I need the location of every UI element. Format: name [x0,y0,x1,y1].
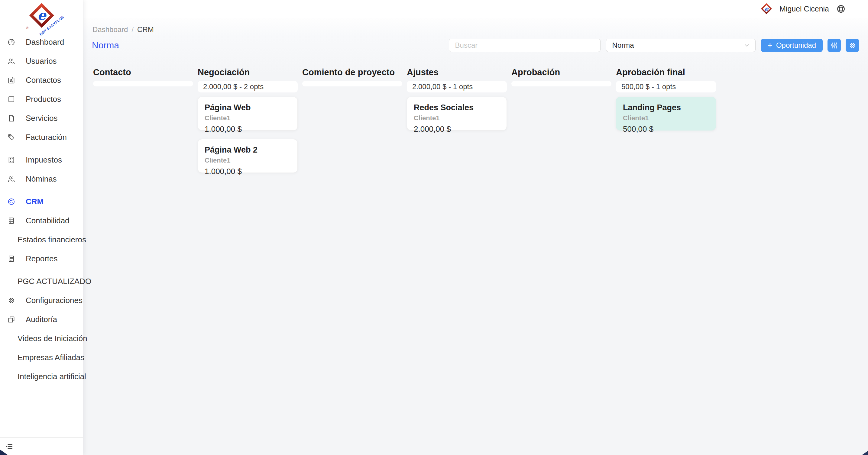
sidebar-item-label: Dashboard [26,37,64,47]
sidebar-item-auditoria[interactable]: Auditoría [0,310,83,329]
dashboard-icon [7,38,16,46]
card-client: Cliente1 [623,114,709,122]
card-amount: 1.000,00 $ [205,167,291,176]
brand-registered-mark: ® [26,26,28,30]
column-stats-bar: 500,00 $ - 1 opts [616,81,716,93]
sidebar-item-label: Impuestos [26,155,62,165]
column-title: Comiento de proyecto [302,67,402,77]
globe-icon[interactable] [836,4,846,13]
sidebar-nav: Dashboard Usuarios Contactos [0,31,83,386]
sidebar-item-usuarios[interactable]: Usuarios [0,52,83,71]
column-stats-bar [302,81,402,87]
column-stats: 2.000,00 $ - 1 opts [412,83,473,91]
opportunity-card[interactable]: Página Web Cliente1 1.000,00 $ [198,97,298,131]
sliders-icon [830,41,838,50]
brand-logo: e EBP-EASYPLUS ® [0,0,83,31]
chevron-down-icon [743,42,750,49]
gear-icon [848,41,857,50]
sidebar-item-label: CRM [26,197,43,206]
column-title: Aprobación final [616,67,716,77]
main-content: Dashboard / CRM Norma Norma + Oportunida… [84,18,868,455]
kanban-column-negociacion: Negociación 2.000,00 $ - 2 opts Página W… [198,67,298,173]
sidebar-item-label: Empresas Afiliadas [18,353,84,362]
sidebar-item-label: Productos [26,95,61,104]
sidebar-item-contactos[interactable]: Contactos [0,71,83,90]
sidebar-item-productos[interactable]: Productos [0,90,83,109]
users-icon [7,57,16,65]
breadcrumb-dashboard-link[interactable]: Dashboard [92,25,128,34]
sidebar-item-crm[interactable]: CRM [0,192,83,211]
audit-grid-icon [7,316,16,324]
sidebar-item-label: Reportes [26,254,58,263]
kanban-column-aprobacion-final: Aprobación final 500,00 $ - 1 opts Landi… [616,67,716,173]
sidebar-item-label: Servicios [26,113,57,123]
sidebar-item-pgc-actualizado[interactable]: PGC ACTUALIZADO [0,272,83,291]
sidebar: e EBP-EASYPLUS ® Dashboard Usuarios [0,0,84,455]
column-stats-bar [512,81,612,87]
column-title: Negociación [198,67,298,77]
breadcrumb-separator: / [131,25,133,34]
board-settings-button[interactable] [846,39,859,52]
opportunity-card[interactable]: Landing Pages Cliente1 500,00 $ [616,97,716,131]
sidebar-item-label: Contabilidad [26,216,69,225]
view-select[interactable]: Norma [606,39,755,52]
card-title: Página Web 2 [205,145,291,155]
sidebar-item-reportes[interactable]: Reportes [0,249,83,268]
add-opportunity-label: Oportunidad [776,41,816,50]
user-menu[interactable]: Miguel Cicenia [779,4,829,13]
breadcrumb-current: CRM [137,25,154,34]
sidebar-item-contabilidad[interactable]: Contabilidad [0,211,83,230]
crm-kanban-page: e EBP-EASYPLUS ® Dashboard Usuarios [0,0,868,455]
column-stats-bar [93,81,193,87]
search-input[interactable] [449,39,600,52]
column-stats-bar: 2.000,00 $ - 1 opts [407,81,507,93]
sidebar-item-label: PGC ACTUALIZADO [18,277,91,286]
card-title: Redes Sociales [414,103,500,112]
sidebar-item-servicios[interactable]: Servicios [0,109,83,128]
title-toolbar-row: Norma Norma + Oportunidad [84,34,868,53]
sidebar-item-estados-financieros[interactable]: Estados financieros [0,230,83,249]
sidebar-item-empresas-afiliadas[interactable]: Empresas Afiliadas [0,348,83,367]
card-client: Cliente1 [414,114,500,122]
ledger-icon [7,217,16,225]
card-amount: 500,00 $ [623,125,709,134]
column-title: Ajustes [407,67,507,77]
board-filter-button[interactable] [828,39,841,52]
kanban-column-contacto: Contacto [93,67,193,173]
contacts-icon [7,76,16,84]
card-title: Landing Pages [623,103,709,112]
svg-text:e: e [37,7,46,23]
sidebar-item-facturacion[interactable]: Facturación [0,128,83,147]
menu-fold-icon[interactable] [5,443,13,451]
plus-icon: + [768,41,773,50]
crm-copyright-icon [7,198,16,206]
column-stats: 2.000,00 $ - 2 opts [203,83,264,91]
kanban-column-aprobacion: Aprobación [512,67,612,173]
sidebar-item-label: Auditoría [26,315,57,324]
sidebar-item-configuraciones[interactable]: Configuraciones [0,291,83,310]
opportunity-card[interactable]: Página Web 2 Cliente1 1.000,00 $ [198,139,298,173]
file-icon [7,114,16,122]
sidebar-item-label: Inteligencia artificial [18,372,86,381]
sidebar-item-inteligencia-artificial[interactable]: Inteligencia artificial [0,367,83,386]
sidebar-footer [0,437,83,455]
column-title: Contacto [93,67,193,77]
toolbar: Norma + Oportunidad [449,39,859,52]
page-title: Norma [92,40,119,51]
sidebar-item-impuestos[interactable]: Impuestos [0,151,83,169]
sidebar-item-label: Estados financieros [18,235,86,245]
svg-text:e: e [765,5,769,12]
opportunity-card[interactable]: Redes Sociales Cliente1 2.000,00 $ [407,97,507,131]
report-file-icon [7,255,16,263]
card-amount: 1.000,00 $ [205,125,291,134]
card-client: Cliente1 [205,157,291,164]
kanban-board: Contacto Negociación 2.000,00 $ - 2 opts… [84,53,868,173]
breadcrumb: Dashboard / CRM [84,18,868,34]
kanban-column-comiento-de-proyecto: Comiento de proyecto [302,67,402,173]
calculator-icon [7,156,16,164]
sidebar-item-label: Videos de Iniciación [18,334,87,343]
add-opportunity-button[interactable]: + Oportunidad [761,39,823,52]
sidebar-item-label: Facturación [26,133,67,142]
sidebar-item-nominas[interactable]: Nóminas [0,169,83,189]
sidebar-item-videos-iniciacion[interactable]: Videos de Iniciación [0,329,83,348]
